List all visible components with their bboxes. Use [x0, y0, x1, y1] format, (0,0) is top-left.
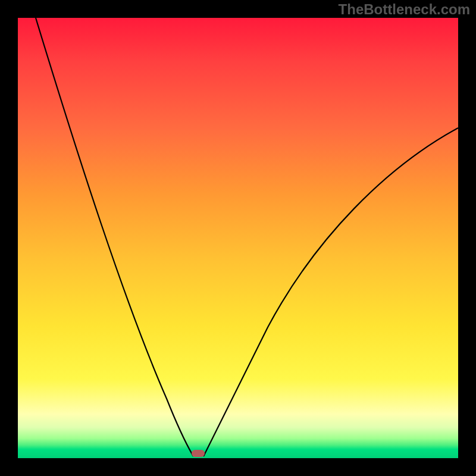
- chart-frame: TheBottleneck.com: [0, 0, 476, 476]
- plot-area: [18, 18, 458, 458]
- optimal-marker: [192, 450, 205, 457]
- bottleneck-curve-right: [203, 128, 458, 456]
- bottleneck-curve-left: [36, 18, 193, 456]
- watermark-text: TheBottleneck.com: [339, 1, 470, 18]
- curve-svg: [18, 18, 458, 458]
